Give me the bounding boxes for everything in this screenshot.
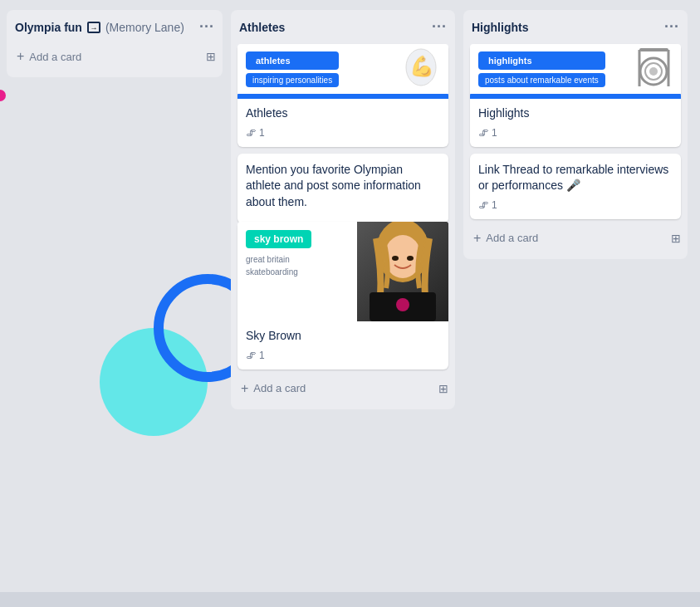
athletes-sub-tag: inspiring personalities bbox=[246, 73, 339, 87]
sky-card-cover: sky brown great britain skateboarding bbox=[237, 222, 448, 321]
highlights-link-title: Link Thread to remarkable interviews or … bbox=[478, 162, 673, 194]
column-menu-athletes[interactable]: ··· bbox=[432, 18, 447, 36]
highlights-link-card[interactable]: Link Thread to remarkable interviews or … bbox=[470, 154, 681, 219]
column-menu-highlights[interactable]: ··· bbox=[664, 18, 679, 36]
column-title-highlights: Highlights bbox=[472, 21, 528, 34]
svg-point-13 bbox=[649, 67, 658, 76]
athletes-attachment-count: 1 bbox=[259, 127, 265, 139]
board: Olympia fun → (Memory Lane) ··· + Add a … bbox=[0, 0, 700, 607]
attachment-icon-link: 🖇 bbox=[478, 199, 488, 211]
sky-brown-title: Sky Brown bbox=[246, 328, 440, 345]
athletes-card-cover: athletes inspiring personalities 💪 bbox=[237, 44, 448, 94]
add-card-row-highlights: + Add a card ⊞ bbox=[470, 226, 681, 251]
athletes-card-title: Athletes bbox=[246, 105, 440, 122]
column-title-athletes: Athletes bbox=[239, 21, 285, 34]
column-memory-lane: Olympia fun → (Memory Lane) ··· + Add a … bbox=[7, 10, 223, 77]
plus-icon-highlights: + bbox=[473, 231, 481, 246]
sky-brown-card[interactable]: sky brown great britain skateboarding bbox=[237, 222, 448, 370]
add-card-button-athletes[interactable]: + Add a card bbox=[237, 376, 438, 401]
athletes-main-tag: athletes bbox=[246, 51, 339, 70]
sky-tag: sky brown bbox=[246, 230, 311, 248]
sky-detail-country: great britain bbox=[246, 255, 349, 264]
add-card-row-memory: + Add a card ⊞ bbox=[13, 44, 216, 69]
sky-brown-meta: 🖇 1 bbox=[246, 350, 440, 361]
attachment-icon-highlights: 🖇 bbox=[478, 127, 488, 139]
add-card-row-athletes: + Add a card ⊞ bbox=[237, 376, 448, 401]
athletes-cover-icon: 💪 bbox=[403, 47, 440, 91]
svg-text:💪: 💪 bbox=[409, 54, 434, 78]
highlights-cover-icon bbox=[635, 47, 673, 91]
athletes-card-meta: 🖇 1 bbox=[246, 127, 440, 139]
athletes-mention-title: Mention you favorite Olympian athlete an… bbox=[246, 162, 440, 211]
column-athletes: Athletes ··· athletes inspiring personal… bbox=[231, 10, 455, 409]
sky-card-photo bbox=[357, 222, 448, 321]
column-subtitle-memory: (Memory Lane) bbox=[105, 21, 184, 34]
link-attachment-count: 1 bbox=[492, 199, 497, 211]
add-card-label-athletes: Add a card bbox=[253, 382, 306, 394]
highlights-attachment-count: 1 bbox=[492, 127, 497, 139]
svg-point-6 bbox=[392, 256, 399, 261]
highlights-link-meta: 🖇 1 bbox=[478, 199, 673, 211]
svg-point-7 bbox=[407, 256, 414, 261]
bottom-scrollbar bbox=[0, 592, 700, 607]
template-icon-athletes[interactable]: ⊞ bbox=[438, 382, 448, 395]
column-highlights: Highlights ··· highlights posts about re… bbox=[463, 10, 688, 259]
add-card-button-highlights[interactable]: + Add a card bbox=[470, 226, 671, 251]
highlights-card-cover: highlights posts about remarkable events bbox=[470, 44, 681, 94]
add-card-button-memory[interactable]: + Add a card bbox=[13, 44, 206, 69]
column-header-athletes: Athletes ··· bbox=[237, 18, 448, 36]
template-icon-highlights[interactable]: ⊞ bbox=[671, 232, 681, 245]
highlights-tag-card[interactable]: highlights posts about remarkable events bbox=[470, 44, 681, 147]
sky-brown-attachment-count: 1 bbox=[259, 350, 265, 361]
plus-icon-athletes: + bbox=[241, 381, 248, 396]
sky-detail-sport: skateboarding bbox=[246, 267, 349, 277]
svg-point-9 bbox=[396, 298, 409, 311]
plus-icon-memory: + bbox=[17, 49, 24, 64]
highlights-main-tag: highlights bbox=[478, 51, 605, 70]
template-icon-memory[interactable]: ⊞ bbox=[206, 50, 216, 63]
column-header-highlights: Highlights ··· bbox=[470, 18, 681, 36]
attachment-icon-sky: 🖇 bbox=[246, 350, 256, 361]
sky-card-left: sky brown great britain skateboarding bbox=[237, 222, 357, 321]
athletes-mention-card[interactable]: Mention you favorite Olympian athlete an… bbox=[237, 154, 448, 224]
add-card-label-highlights: Add a card bbox=[486, 232, 538, 244]
column-title-group: Olympia fun → (Memory Lane) bbox=[15, 21, 184, 34]
highlights-sub-tag: posts about remarkable events bbox=[478, 73, 605, 87]
svg-rect-10 bbox=[639, 48, 668, 51]
export-icon: → bbox=[87, 22, 100, 33]
highlights-card-title: Highlights bbox=[478, 105, 673, 122]
athletes-tag-card[interactable]: athletes inspiring personalities 💪 Athle… bbox=[237, 44, 448, 147]
highlights-card-meta: 🖇 1 bbox=[478, 127, 673, 139]
add-card-label-memory: Add a card bbox=[29, 51, 81, 63]
column-header-memory: Olympia fun → (Memory Lane) ··· bbox=[13, 18, 216, 36]
column-menu-memory[interactable]: ··· bbox=[199, 18, 214, 36]
attachment-icon-athletes: 🖇 bbox=[246, 127, 256, 139]
column-title-memory: Olympia fun bbox=[15, 21, 82, 34]
